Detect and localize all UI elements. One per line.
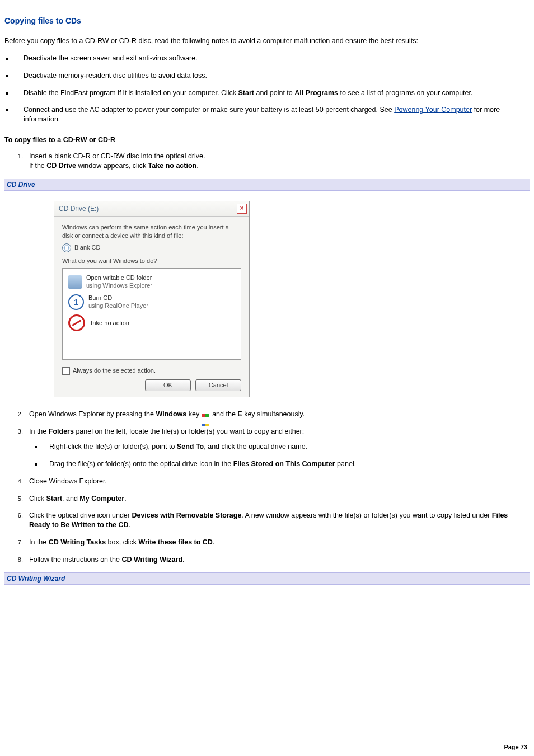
step-3-sub2: Drag the file(s) or folder(s) onto the o… xyxy=(43,459,530,469)
steps-list-cont: Open Windows Explorer by pressing the Wi… xyxy=(4,410,530,565)
no-action-icon xyxy=(68,314,85,331)
cd-drive-dialog-image: CD Drive (E:) × Windows can perform the … xyxy=(54,201,530,397)
note-item: Deactivate memory-resident disc utilitie… xyxy=(13,71,530,81)
step-3: In the Folders panel on the left, locate… xyxy=(25,427,530,469)
step-1: Insert a blank CD-R or CD-RW disc into t… xyxy=(25,152,530,171)
page-number: Page 73 xyxy=(504,743,527,752)
burn-icon: 1 xyxy=(68,294,84,310)
caption-cd-drive: CD Drive xyxy=(4,179,530,191)
step-3-sub1: Right-click the file(s) or folder(s), po… xyxy=(43,442,530,452)
always-do-label: Always do the selected action. xyxy=(73,367,156,375)
windows-key-icon xyxy=(202,411,210,419)
page-title: Copying files to CDs xyxy=(4,16,530,26)
close-icon[interactable]: × xyxy=(237,204,247,214)
step-6: Click the optical drive icon under Devic… xyxy=(25,511,530,530)
step-8: Follow the instructions on the CD Writin… xyxy=(25,555,530,565)
dialog-question: What do you want Windows to do? xyxy=(62,257,241,265)
option-take-no-action[interactable]: Take no action xyxy=(66,312,237,334)
cd-icon xyxy=(62,243,71,252)
note-item: Deactivate the screen saver and exit ant… xyxy=(13,54,530,63)
option-open-folder[interactable]: Open writable CD folder using Windows Ex… xyxy=(66,272,237,292)
dialog-intro: Windows can perform the same action each… xyxy=(62,223,241,240)
step-5: Click Start, and My Computer. xyxy=(25,494,530,504)
step-4: Close Windows Explorer. xyxy=(25,477,530,486)
folder-icon xyxy=(68,275,82,289)
caption-cd-writing-wizard: CD Writing Wizard xyxy=(4,572,530,585)
powering-computer-link[interactable]: Powering Your Computer xyxy=(394,106,472,114)
step-7: In the CD Writing Tasks box, click Write… xyxy=(25,538,530,547)
procedure-title: To copy files to a CD-RW or CD-R xyxy=(4,135,530,145)
ok-button[interactable]: OK xyxy=(145,379,191,391)
steps-list: Insert a blank CD-R or CD-RW disc into t… xyxy=(4,152,530,171)
notes-list: Deactivate the screen saver and exit ant… xyxy=(4,54,530,124)
step-2: Open Windows Explorer by pressing the Wi… xyxy=(25,410,530,419)
intro-paragraph: Before you copy files to a CD-RW or CD-R… xyxy=(4,36,530,46)
option-burn-cd[interactable]: 1 Burn CD using RealOne Player xyxy=(66,292,237,312)
note-item: Connect and use the AC adapter to power … xyxy=(13,105,530,124)
dialog-options[interactable]: Open writable CD folder using Windows Ex… xyxy=(62,268,241,360)
note-item: Disable the FindFast program if it is in… xyxy=(13,88,530,98)
cancel-button[interactable]: Cancel xyxy=(195,379,241,391)
dialog-title: CD Drive (E:) xyxy=(59,204,99,213)
blank-cd-label: Blank CD xyxy=(74,243,100,252)
always-do-checkbox[interactable] xyxy=(62,367,70,375)
